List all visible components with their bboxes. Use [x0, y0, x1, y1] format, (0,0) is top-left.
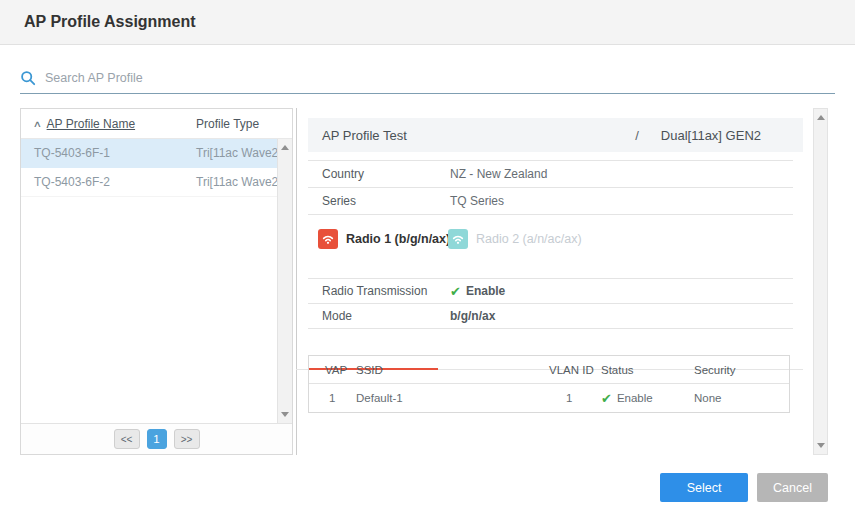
column-header-profile-type[interactable]: Profile Type — [196, 117, 259, 131]
vap-table-header: VAP SSID VLAN ID Status Security — [309, 356, 789, 384]
tab-radio-2[interactable]: Radio 2 (a/n/ac/ax) — [448, 222, 582, 255]
scroll-up-icon[interactable] — [281, 145, 289, 150]
column-header-vlan-id: VLAN ID — [549, 364, 601, 376]
profile-list-header: ∧ AP Profile Name Profile Type — [21, 109, 292, 139]
field-row-radio-transmission: Radio Transmission ✔ Enable — [308, 279, 793, 304]
status-text: Enable — [617, 392, 653, 404]
tab-label: Radio 2 (a/n/ac/ax) — [476, 232, 582, 246]
field-value: b/g/n/ax — [450, 309, 495, 323]
ssid-cell: Default-1 — [356, 392, 549, 404]
field-value-text: Enable — [466, 284, 505, 298]
separator: / — [635, 128, 639, 143]
scroll-up-icon[interactable] — [817, 115, 825, 120]
table-row-tq-5403-6f-2[interactable]: TQ-5403-6F-2 Tri[11ac Wave2] — [21, 168, 292, 197]
pagination-page-1-button[interactable]: 1 — [147, 429, 167, 449]
column-header-security: Security — [694, 364, 789, 376]
column-header-ap-profile-name[interactable]: ∧ AP Profile Name — [34, 117, 196, 131]
column-header-label: AP Profile Name — [47, 117, 135, 131]
profile-list-body: TQ-5403-6F-1 Tri[11ac Wave2] TQ-5403-6F-… — [21, 139, 292, 423]
field-label: Mode — [322, 309, 450, 323]
vap-cell: 1 — [309, 392, 356, 404]
field-value: ✔ Enable — [450, 284, 505, 298]
table-row-tq-5403-6f-1[interactable]: TQ-5403-6F-1 Tri[11ac Wave2] — [21, 139, 292, 168]
field-row-mode: Mode b/g/n/ax — [308, 304, 793, 329]
search-input[interactable] — [45, 71, 835, 85]
profile-title: AP Profile Test — [322, 128, 407, 143]
field-label: Radio Transmission — [322, 284, 450, 298]
profile-detail-header: AP Profile Test / Dual[11ax] GEN2 — [308, 118, 803, 152]
tab-radio-1[interactable]: Radio 1 (b/g/n/ax) — [318, 222, 450, 255]
select-button[interactable]: Select — [660, 473, 748, 502]
scroll-down-icon[interactable] — [817, 443, 825, 448]
radio-settings-fields: Radio Transmission ✔ Enable Mode b/g/n/a… — [308, 278, 793, 329]
column-header-status: Status — [601, 364, 694, 376]
vap-table: VAP SSID VLAN ID Status Security 1 Defau… — [308, 355, 790, 413]
scroll-down-icon[interactable] — [281, 412, 289, 417]
profile-list-panel: ∧ AP Profile Name Profile Type TQ-5403-6… — [20, 108, 293, 455]
column-header-vap: VAP — [309, 364, 356, 376]
ap-profile-assignment-dialog: AP Profile Assignment ∧ AP Profile Name … — [0, 0, 855, 519]
radio-tabs: Radio 1 (b/g/n/ax) Radio 2 (a/n/ac/ax) — [308, 222, 803, 255]
field-value: TQ Series — [450, 194, 504, 208]
security-cell: None — [694, 392, 789, 404]
profile-type-cell: Tri[11ac Wave2] — [196, 175, 282, 189]
detail-panel-scrollbar[interactable] — [813, 108, 828, 455]
column-header-label: Profile Type — [196, 117, 259, 131]
profile-list-scrollbar[interactable] — [277, 139, 292, 423]
panel-divider — [296, 108, 297, 455]
enable-check-icon: ✔ — [450, 285, 461, 298]
field-value: NZ - New Zealand — [450, 167, 547, 181]
field-label: Series — [322, 194, 450, 208]
field-label: Country — [322, 167, 450, 181]
wifi-icon — [448, 229, 468, 249]
search-icon — [20, 70, 36, 86]
column-header-ssid: SSID — [356, 364, 549, 376]
profile-general-fields: Country NZ - New Zealand Series TQ Serie… — [308, 160, 793, 215]
profile-model: Dual[11ax] GEN2 — [661, 128, 761, 143]
vap-table-row: 1 Default-1 1 ✔ Enable None — [309, 384, 789, 412]
profile-name-cell: TQ-5403-6F-2 — [34, 175, 196, 189]
pagination: << 1 >> — [21, 423, 292, 454]
field-row-country: Country NZ - New Zealand — [308, 161, 793, 188]
wifi-icon — [318, 229, 338, 249]
field-row-series: Series TQ Series — [308, 188, 793, 215]
profile-detail-panel: AP Profile Test / Dual[11ax] GEN2 Countr… — [308, 108, 803, 455]
field-value-text: b/g/n/ax — [450, 309, 495, 323]
sort-ascending-icon: ∧ — [33, 119, 42, 129]
profile-name-cell: TQ-5403-6F-1 — [34, 146, 196, 160]
dialog-title: AP Profile Assignment — [24, 13, 196, 31]
cancel-button[interactable]: Cancel — [757, 473, 828, 502]
pagination-next-button[interactable]: >> — [174, 429, 200, 449]
pagination-prev-button[interactable]: << — [114, 429, 140, 449]
status-cell: ✔ Enable — [601, 392, 694, 405]
dialog-titlebar: AP Profile Assignment — [0, 0, 855, 45]
search-bar — [20, 63, 835, 94]
vlan-id-cell: 1 — [549, 392, 601, 404]
enable-check-icon: ✔ — [601, 392, 612, 405]
tab-label: Radio 1 (b/g/n/ax) — [346, 232, 450, 246]
profile-type-cell: Tri[11ac Wave2] — [196, 146, 282, 160]
